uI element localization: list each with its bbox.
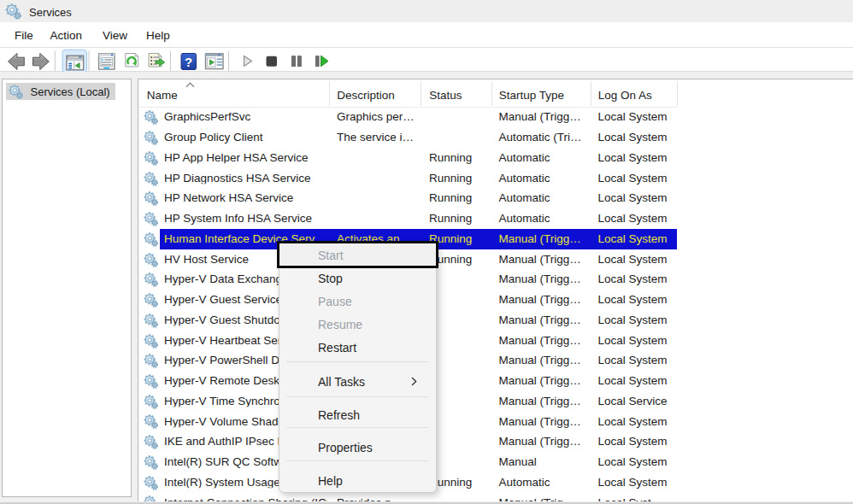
svg-text:?: ? xyxy=(185,55,192,69)
